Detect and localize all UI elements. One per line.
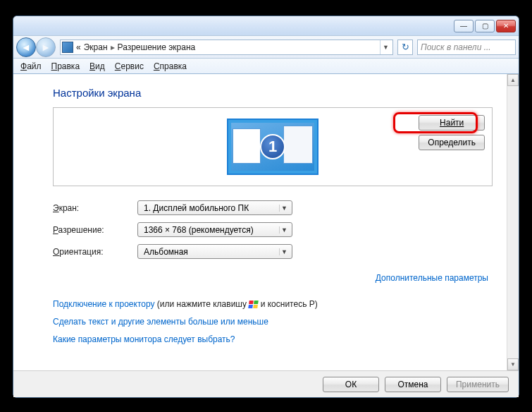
breadcrumb-item[interactable]: Экран <box>84 42 108 52</box>
scrollbar[interactable]: ▲ ▼ <box>507 74 519 370</box>
menu-edit[interactable]: Правка <box>51 61 80 71</box>
menu-tools[interactable]: Сервис <box>115 61 144 71</box>
close-button[interactable]: ✕ <box>496 20 516 32</box>
which-monitor-link[interactable]: Какие параметры монитора следует выбрать… <box>53 334 235 344</box>
page-title: Настройки экрана <box>53 87 493 99</box>
address-bar[interactable]: « Экран ▸ Разрешение экрана ▼ <box>60 40 393 55</box>
display-label: Экран: <box>53 203 137 213</box>
scroll-track[interactable] <box>507 86 519 358</box>
chevron-down-icon: ▼ <box>279 205 289 212</box>
help-links: Подключение к проектору (или нажмите кла… <box>53 296 493 349</box>
projector-hint-text: (или нажмите клавишу <box>157 299 249 309</box>
advanced-settings-link[interactable]: Дополнительные параметры <box>376 273 488 283</box>
menu-bar: Файл Правка Вид Сервис Справка <box>13 59 519 74</box>
location-icon <box>62 42 73 53</box>
windows-key-icon <box>249 301 259 308</box>
breadcrumb-chevron: « <box>76 42 81 52</box>
address-dropdown[interactable]: ▼ <box>380 40 391 54</box>
display-preview-area: 1 Найти Определить <box>53 107 493 186</box>
breadcrumb-sep: ▸ <box>111 42 115 52</box>
menu-view[interactable]: Вид <box>89 61 105 71</box>
titlebar: — ▢ ✕ <box>13 16 519 36</box>
chevron-down-icon: ▼ <box>279 248 289 255</box>
scroll-down-button[interactable]: ▼ <box>507 358 519 370</box>
chevron-down-icon: ▼ <box>279 226 289 234</box>
resolution-select[interactable]: 1366 × 768 (рекомендуется) ▼ <box>137 222 292 237</box>
resolution-select-value: 1366 × 768 (рекомендуется) <box>144 225 279 235</box>
search-placeholder: Поиск в панели ... <box>421 42 491 52</box>
minimize-button[interactable]: — <box>454 20 474 32</box>
textsize-link[interactable]: Сделать текст и другие элементы больше и… <box>53 317 268 327</box>
scroll-up-button[interactable]: ▲ <box>507 74 519 86</box>
display-thumbnail[interactable]: 1 <box>227 119 318 175</box>
orientation-label: Ориентация: <box>53 247 137 257</box>
projector-link[interactable]: Подключение к проектору <box>53 299 155 309</box>
orientation-select-value: Альбомная <box>144 247 279 257</box>
display-select[interactable]: 1. Дисплей мобильного ПК ▼ <box>137 200 292 215</box>
menu-help[interactable]: Справка <box>154 61 187 71</box>
back-button[interactable]: ◄ <box>16 37 36 57</box>
display-number-badge: 1 <box>260 134 285 159</box>
content-area: Настройки экрана 1 Найти Определить Экра… <box>13 74 507 370</box>
highlight-callout <box>393 112 478 133</box>
orientation-select[interactable]: Альбомная ▼ <box>137 244 292 259</box>
detect-display-button[interactable]: Определить <box>419 135 485 150</box>
footer: ОК Отмена Применить <box>13 370 519 397</box>
menu-file[interactable]: Файл <box>20 61 42 71</box>
resolution-label: Разрешение: <box>53 225 137 235</box>
maximize-button[interactable]: ▢ <box>475 20 495 32</box>
window: — ▢ ✕ ◄ ► « Экран ▸ Разрешение экрана ▼ … <box>13 16 519 398</box>
refresh-button[interactable]: ↻ <box>397 40 413 55</box>
search-input[interactable]: Поиск в панели ... <box>417 40 516 55</box>
cancel-button[interactable]: Отмена <box>385 377 441 392</box>
apply-button[interactable]: Применить <box>447 377 509 392</box>
breadcrumb-item[interactable]: Разрешение экрана <box>118 42 196 52</box>
forward-button[interactable]: ► <box>36 37 56 57</box>
projector-hint-text-2: и коснитесь P) <box>261 299 318 309</box>
ok-button[interactable]: ОК <box>323 377 379 392</box>
display-select-value: 1. Дисплей мобильного ПК <box>144 203 279 213</box>
nav-row: ◄ ► « Экран ▸ Разрешение экрана ▼ ↻ Поис… <box>13 36 519 59</box>
